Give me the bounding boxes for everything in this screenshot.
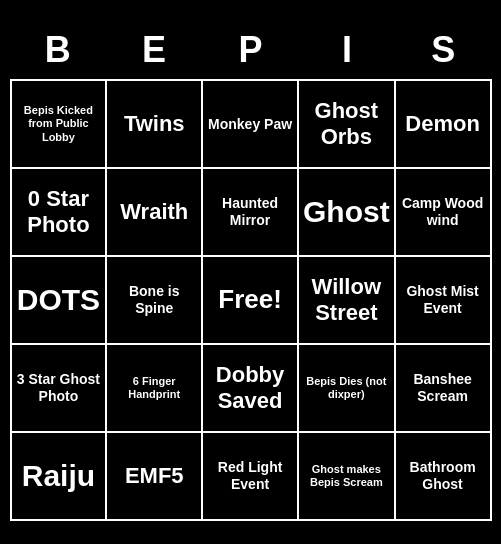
bingo-cell-23[interactable]: Ghost makes Bepis Scream: [299, 433, 394, 519]
header-e: E: [106, 23, 202, 77]
bingo-cell-21[interactable]: EMF5: [107, 433, 201, 519]
bingo-cell-3[interactable]: Ghost Orbs: [299, 81, 394, 167]
bingo-cell-22[interactable]: Red Light Event: [203, 433, 297, 519]
bingo-cell-4[interactable]: Demon: [396, 81, 490, 167]
bingo-cell-17[interactable]: Dobby Saved: [203, 345, 297, 431]
bingo-header: B E P I S: [10, 23, 492, 77]
bingo-cell-20[interactable]: Raiju: [12, 433, 106, 519]
bingo-cell-1[interactable]: Twins: [107, 81, 201, 167]
header-p: P: [202, 23, 298, 77]
header-b: B: [10, 23, 106, 77]
bingo-card: B E P I S Bepis Kicked from Public Lobby…: [6, 19, 496, 525]
bingo-cell-6[interactable]: Wraith: [107, 169, 201, 255]
bingo-cell-8[interactable]: Ghost: [299, 169, 394, 255]
header-s: S: [395, 23, 491, 77]
bingo-cell-15[interactable]: 3 Star Ghost Photo: [12, 345, 106, 431]
bingo-cell-13[interactable]: Willow Street: [299, 257, 394, 343]
bingo-cell-9[interactable]: Camp Wood wind: [396, 169, 490, 255]
bingo-cell-11[interactable]: Bone is Spine: [107, 257, 201, 343]
bingo-cell-2[interactable]: Monkey Paw: [203, 81, 297, 167]
bingo-cell-14[interactable]: Ghost Mist Event: [396, 257, 490, 343]
bingo-cell-12[interactable]: Free!: [203, 257, 297, 343]
bingo-cell-16[interactable]: 6 Finger Handprint: [107, 345, 201, 431]
bingo-cell-24[interactable]: Bathroom Ghost: [396, 433, 490, 519]
bingo-cell-5[interactable]: 0 Star Photo: [12, 169, 106, 255]
bingo-cell-19[interactable]: Banshee Scream: [396, 345, 490, 431]
header-i: I: [299, 23, 395, 77]
bingo-cell-7[interactable]: Haunted Mirror: [203, 169, 297, 255]
bingo-cell-18[interactable]: Bepis Dies (not dixper): [299, 345, 394, 431]
bingo-cell-0[interactable]: Bepis Kicked from Public Lobby: [12, 81, 106, 167]
bingo-cell-10[interactable]: DOTS: [12, 257, 106, 343]
bingo-grid: Bepis Kicked from Public LobbyTwinsMonke…: [10, 79, 492, 521]
